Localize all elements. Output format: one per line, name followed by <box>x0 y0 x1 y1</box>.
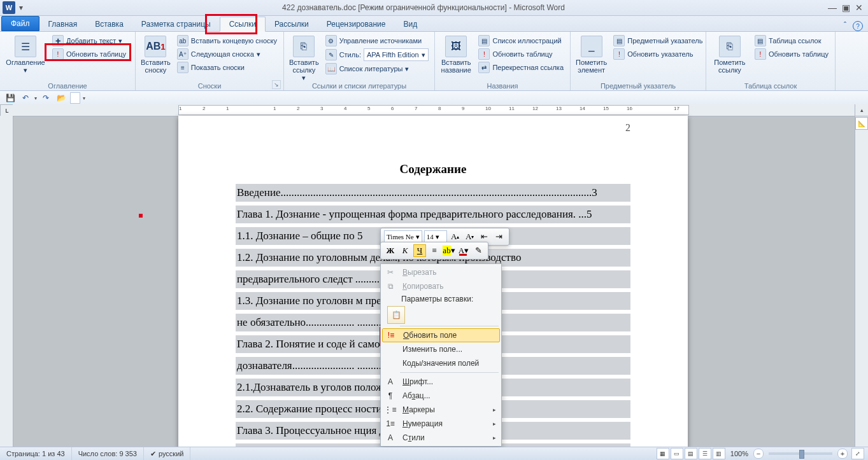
horizontal-ruler[interactable]: 1211234567891011121314151617 <box>13 104 855 116</box>
ctx-paragraph[interactable]: ¶Абзац... <box>382 389 500 403</box>
toc-entry[interactable]: Введение................................… <box>236 184 630 202</box>
group-captions-label: Названия <box>435 82 570 90</box>
open-folder-button[interactable]: 📂 <box>55 92 68 104</box>
update-captions-button[interactable]: !Обновить таблицу <box>476 48 566 60</box>
bib-icon: 📖 <box>325 63 337 74</box>
ctx-field-codes[interactable]: Коды/значения полей <box>382 356 500 370</box>
restore-icon[interactable]: ▣ <box>842 3 850 13</box>
scroll-up-button[interactable]: ▴ <box>855 104 868 116</box>
footnotes-launcher[interactable]: ↘ <box>272 80 281 89</box>
add-text-button[interactable]: ✚Добавить текст ▾ <box>50 34 129 47</box>
ctx-bullets[interactable]: ⋮≡Маркеры▸ <box>382 403 500 417</box>
show-footnotes-button[interactable]: ≡Показать сноски <box>174 61 280 74</box>
status-page[interactable]: Страница: 1 из 43 <box>0 447 72 460</box>
status-language[interactable]: ✔русский <box>144 447 190 460</box>
insert-footnote-button[interactable]: AB1 Вставить сноску <box>139 34 172 74</box>
view-full-screen[interactable]: ▭ <box>671 448 683 459</box>
next-footnote-button[interactable]: A⁺Следующая сноска ▾ <box>174 48 280 60</box>
ctx-cut[interactable]: ✂Вырезать <box>382 265 500 279</box>
ctx-styles[interactable]: AСтили▸ <box>382 431 500 445</box>
subject-index-button[interactable]: ▤Предметный указатель <box>611 34 705 47</box>
zoom-out-button[interactable]: − <box>753 449 764 459</box>
align-center-icon[interactable]: ≡ <box>428 244 441 257</box>
shrink-font-icon[interactable]: A▾ <box>464 230 476 243</box>
zoom-level[interactable]: 100% <box>730 450 748 457</box>
context-menu: ✂Вырезать ⧉Копировать Параметры вставки:… <box>380 263 502 447</box>
tab-layout[interactable]: Разметка страницы <box>132 17 220 31</box>
zoom-in-button[interactable]: + <box>837 449 848 459</box>
mark-entry-button[interactable]: ⎯ Пометить элемент <box>574 34 608 74</box>
ctx-font[interactable]: AШрифт... <box>382 375 500 389</box>
tab-mailings[interactable]: Рассылки <box>266 17 318 31</box>
minimize-icon[interactable]: ― <box>828 3 837 13</box>
minimize-ribbon-icon[interactable]: ˆ <box>844 21 846 31</box>
zoom-fit-button[interactable]: ⤢ <box>851 448 864 459</box>
tab-view[interactable]: Вид <box>394 17 426 31</box>
highlight-color-icon[interactable]: ab▾ <box>443 244 455 257</box>
bibliography-button[interactable]: 📖Список литературы ▾ <box>323 62 431 75</box>
ribbon-tabs: Файл Главная Вставка Разметка страницы С… <box>0 16 868 32</box>
vertical-ruler[interactable] <box>0 116 13 447</box>
ruler-corner[interactable]: L <box>0 104 14 117</box>
update-toa-button[interactable]: !Обновить таблицу <box>752 48 831 60</box>
update-toc-button[interactable]: !Обновить таблицу <box>50 48 129 60</box>
ctx-numbering[interactable]: 1≡Нумерация▸ <box>382 417 500 431</box>
mark-cit-icon: ⎘ <box>719 36 741 57</box>
update-index-button[interactable]: !Обновить указатель <box>611 48 705 60</box>
bold-button[interactable]: Ж <box>384 244 397 257</box>
toa-button[interactable]: ▤Таблица ссылок <box>752 34 831 47</box>
ctx-update-field[interactable]: !≡Обновить поле <box>382 328 500 342</box>
illustrations-button[interactable]: ▤Список иллюстраций <box>476 34 566 47</box>
save-button[interactable]: 💾 <box>4 92 17 104</box>
zoom-slider[interactable] <box>769 452 832 455</box>
ctx-copy[interactable]: ⧉Копировать <box>382 279 500 293</box>
font-size-field[interactable]: 14 ▾ <box>424 230 447 243</box>
close-icon[interactable]: ✕ <box>855 3 863 13</box>
manage-sources-button[interactable]: ⚙Управление источниками <box>323 34 431 47</box>
grow-font-icon[interactable]: A▴ <box>449 230 462 243</box>
app-icon: W <box>3 1 15 14</box>
group-footnotes-label: Сноски <box>136 82 283 90</box>
view-draft[interactable]: ▥ <box>713 448 725 459</box>
para-icon: ¶ <box>383 389 397 402</box>
undo-button[interactable]: ↶ <box>19 92 32 104</box>
tab-file[interactable]: Файл <box>1 16 39 31</box>
new-doc-button[interactable] <box>70 92 80 104</box>
view-web[interactable]: ▤ <box>685 448 697 459</box>
tab-references[interactable]: Ссылки <box>220 17 266 32</box>
qat-dropdown-icon[interactable]: ▾ <box>18 3 24 12</box>
view-outline[interactable]: ☰ <box>699 448 711 459</box>
help-icon[interactable]: ? <box>853 21 863 31</box>
insertion-marker <box>139 214 143 218</box>
insert-endnote-button[interactable]: abВставить концевую сноску <box>174 34 280 47</box>
idx-icon: ▤ <box>613 35 625 46</box>
font-family-field[interactable]: Times Ne ▾ <box>384 230 422 243</box>
insert-citation-button[interactable]: ⎘ Вставить ссылку▾ <box>288 34 320 81</box>
ctx-edit-field[interactable]: Изменить поле... <box>382 342 500 356</box>
status-word-count[interactable]: Число слов: 9 353 <box>72 447 144 460</box>
increase-indent-icon[interactable]: ⇥ <box>493 230 506 243</box>
ribbon: ☰ Оглавление▾ ✚Добавить текст ▾ !Обновит… <box>0 32 868 91</box>
toc-button[interactable]: ☰ Оглавление▾ <box>4 34 47 74</box>
tab-insert[interactable]: Вставка <box>86 17 132 31</box>
endnote-icon: ab <box>177 35 189 46</box>
tab-home[interactable]: Главная <box>39 17 87 31</box>
toc-entry[interactable]: Глава 1. Дознание - упрощенная форма пре… <box>236 206 630 223</box>
redo-button[interactable]: ↷ <box>39 92 52 104</box>
ruler-toggle-icon[interactable]: 📐 <box>855 117 868 130</box>
paste-option-icon[interactable]: 📋 <box>387 306 405 324</box>
view-print-layout[interactable]: ▦ <box>657 448 669 459</box>
insert-caption-button[interactable]: 🖼 Вставить название <box>439 34 473 74</box>
tab-review[interactable]: Рецензирование <box>318 17 395 31</box>
italic-button[interactable]: К <box>399 244 411 257</box>
cross-reference-button[interactable]: ⇄Перекрестная ссылка <box>476 61 566 74</box>
decrease-indent-icon[interactable]: ⇤ <box>478 230 491 243</box>
status-bar: Страница: 1 из 43 Число слов: 9 353 ✔рус… <box>0 447 868 460</box>
underline-button[interactable]: Ч <box>413 244 426 257</box>
caption-icon: 🖼 <box>445 36 467 57</box>
mark-citation-button[interactable]: ⎘ Пометить ссылку <box>710 34 750 74</box>
format-painter-icon[interactable]: ✎ <box>472 244 485 257</box>
upd-idx-icon: ! <box>613 48 625 60</box>
style-dropdown[interactable]: ✎Стиль: APA Fifth Edition ▾ <box>323 48 431 62</box>
font-color-icon[interactable]: A▾ <box>457 244 470 257</box>
